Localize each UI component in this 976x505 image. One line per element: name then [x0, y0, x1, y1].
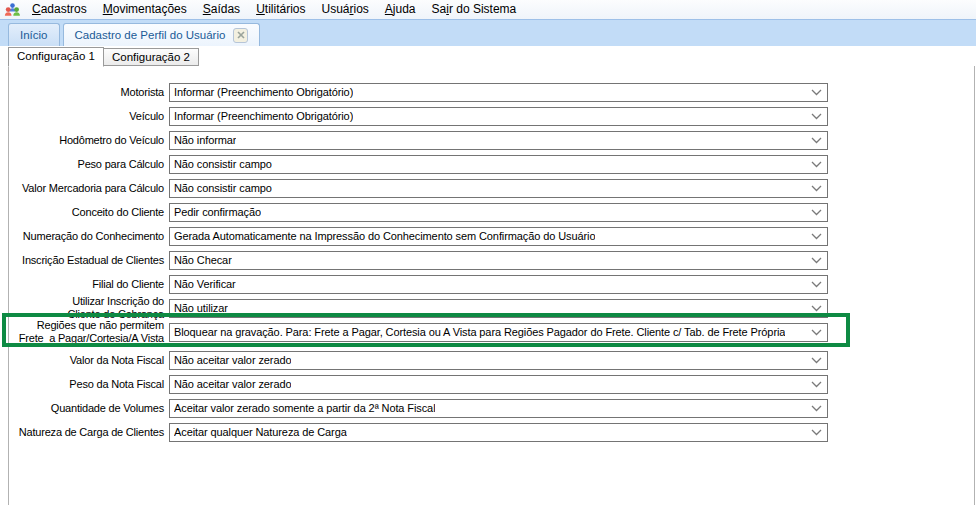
field-label-conceito-cliente: Conceito do Cliente: [9, 206, 169, 219]
tab-inicio-label: Início: [20, 25, 48, 46]
field-row-peso-calculo: Peso para Cálculo Não consistir campo: [9, 152, 974, 176]
chevron-down-icon: [811, 381, 822, 388]
field-label-regioes-frete: Regiões que não permitem Frete a Pagar/C…: [9, 319, 169, 345]
chevron-down-icon: [811, 137, 822, 144]
menu-saidas[interactable]: Saídas: [195, 1, 248, 18]
menu-usuarios[interactable]: Usuários: [313, 1, 376, 18]
menu-ajuda[interactable]: Ajuda: [377, 1, 424, 18]
field-row-inscricao-estadual: Inscrição Estadual de Clientes Não Checa…: [9, 248, 974, 272]
motorista-select[interactable]: Informar (Preenchimento Obrigatório): [169, 83, 828, 102]
field-label-hodometro: Hodômetro do Veículo: [9, 134, 169, 147]
tab-cadastro-perfil-usuario-label: Cadastro de Perfil do Usuário: [75, 25, 226, 46]
field-label-filial-cliente: Filial do Cliente: [9, 278, 169, 291]
menu-cadastros[interactable]: Cadastros: [24, 1, 95, 18]
document-tab-strip: Início Cadastro de Perfil do Usuário: [0, 19, 976, 46]
chevron-down-icon: [811, 305, 822, 312]
hodometro-veiculo-select[interactable]: Não informar: [169, 131, 828, 150]
chevron-down-icon: [811, 257, 822, 264]
chevron-down-icon: [811, 185, 822, 192]
conceito-cliente-select[interactable]: Pedir confirmação: [169, 203, 828, 222]
field-row-hodometro: Hodômetro do Veículo Não informar: [9, 128, 974, 152]
field-row-valor-mercadoria: Valor Mercadoria para Cálculo Não consis…: [9, 176, 974, 200]
field-label-valor-mercadoria: Valor Mercadoria para Cálculo: [9, 182, 169, 195]
field-row-quantidade-volumes: Quantidade de Volumes Aceitar valor zera…: [9, 396, 974, 420]
tab-configuracao-2[interactable]: Configuração 2: [103, 48, 199, 66]
field-label-numeracao-conhecimento: Numeração do Conhecimento: [9, 230, 169, 243]
field-row-valor-nota: Valor da Nota Fiscal Não aceitar valor z…: [9, 348, 974, 372]
tab-inicio[interactable]: Início: [8, 23, 60, 46]
peso-calculo-select[interactable]: Não consistir campo: [169, 155, 828, 174]
valor-nota-fiscal-select[interactable]: Não aceitar valor zerado: [169, 351, 828, 370]
menu-bar: Cadastros Movimentações Saídas Utilitári…: [0, 0, 976, 19]
field-label-inscricao-cobranca: Utilizar Inscrição do Cliente de Cobranç…: [9, 295, 169, 321]
field-row-numeracao-conhecimento: Numeração do Conhecimento Gerada Automat…: [9, 224, 974, 248]
menu-utilitarios[interactable]: Utilitários: [248, 1, 313, 18]
inscricao-cobranca-select[interactable]: Não utilizar: [169, 299, 828, 318]
chevron-down-icon: [811, 233, 822, 240]
config-tab-bar: Configuração 1 Configuração 2: [0, 46, 976, 66]
chevron-down-icon: [811, 209, 822, 216]
field-label-peso-calculo: Peso para Cálculo: [9, 158, 169, 171]
field-label-peso-nota: Peso da Nota Fiscal: [9, 378, 169, 391]
field-row-natureza-carga: Natureza de Carga de Clientes Aceitar qu…: [9, 420, 974, 444]
field-label-motorista: Motorista: [9, 86, 169, 99]
field-label-natureza-carga: Natureza de Carga de Clientes: [9, 426, 169, 439]
field-label-quantidade-volumes: Quantidade de Volumes: [9, 402, 169, 415]
field-row-conceito-cliente: Conceito do Cliente Pedir confirmação: [9, 200, 974, 224]
tab-cadastro-perfil-usuario[interactable]: Cadastro de Perfil do Usuário: [63, 23, 261, 46]
field-row-veiculo: Veículo Informar (Preenchimento Obrigató…: [9, 104, 974, 128]
natureza-carga-select[interactable]: Aceitar qualquer Natureza de Carga: [169, 423, 828, 442]
field-row-filial-cliente: Filial do Cliente Não Verificar: [9, 272, 974, 296]
chevron-down-icon: [811, 113, 822, 120]
filial-cliente-select[interactable]: Não Verificar: [169, 275, 828, 294]
menu-sair-do-sistema[interactable]: Sair do Sistema: [424, 1, 525, 18]
field-row-peso-nota: Peso da Nota Fiscal Não aceitar valor ze…: [9, 372, 974, 396]
field-row-motorista: Motorista Informar (Preenchimento Obriga…: [9, 80, 974, 104]
chevron-down-icon: [811, 329, 822, 336]
quantidade-volumes-select[interactable]: Aceitar valor zerado somente a partir da…: [169, 399, 828, 418]
chevron-down-icon: [811, 429, 822, 436]
chevron-down-icon: [811, 161, 822, 168]
field-label-veiculo: Veículo: [9, 110, 169, 123]
valor-mercadoria-select[interactable]: Não consistir campo: [169, 179, 828, 198]
numeracao-conhecimento-select[interactable]: Gerada Automaticamente na Impressão do C…: [169, 227, 828, 246]
field-row-inscricao-cobranca: Utilizar Inscrição do Cliente de Cobranç…: [9, 296, 974, 320]
users-group-icon: [4, 2, 21, 18]
close-tab-icon[interactable]: [233, 28, 248, 43]
chevron-down-icon: [811, 357, 822, 364]
regioes-frete-select[interactable]: Bloquear na gravação. Para: Frete a Paga…: [169, 323, 828, 342]
field-label-valor-nota: Valor da Nota Fiscal: [9, 354, 169, 367]
profile-settings-form: Motorista Informar (Preenchimento Obriga…: [9, 66, 974, 444]
peso-nota-fiscal-select[interactable]: Não aceitar valor zerado: [169, 375, 828, 394]
veiculo-select[interactable]: Informar (Preenchimento Obrigatório): [169, 107, 828, 126]
tab-configuracao-1[interactable]: Configuração 1: [8, 47, 104, 67]
chevron-down-icon: [811, 89, 822, 96]
chevron-down-icon: [811, 281, 822, 288]
config-tab-page: Motorista Informar (Preenchimento Obriga…: [8, 65, 975, 505]
field-label-inscricao-estadual: Inscrição Estadual de Clientes: [9, 254, 169, 267]
field-row-regioes-frete: Regiões que não permitem Frete a Pagar/C…: [9, 320, 974, 344]
menu-movimentacoes[interactable]: Movimentações: [95, 1, 195, 18]
chevron-down-icon: [811, 405, 822, 412]
inscricao-estadual-select[interactable]: Não Checar: [169, 251, 828, 270]
